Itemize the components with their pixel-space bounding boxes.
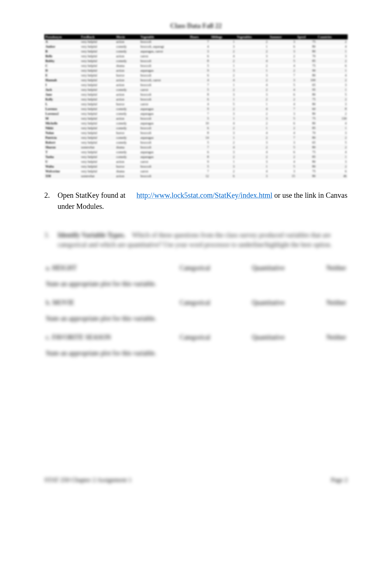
- table-cell: carrot: [140, 54, 189, 59]
- table-cell: 70: [296, 131, 316, 135]
- table-cell: very helpful: [80, 59, 115, 63]
- table-cell: Kelly: [44, 97, 80, 102]
- table-row: Bvery helpfulcomedyasparagus, carrot3223…: [44, 49, 348, 54]
- table-cell: 80: [296, 92, 316, 97]
- table-cell: very helpful: [80, 54, 115, 59]
- option-quantitative: Quantitative: [252, 264, 285, 272]
- table-cell: horror: [115, 131, 140, 135]
- table-cell: 3: [236, 159, 269, 164]
- step-text: Open StatKey found at http://www.lock5st…: [58, 190, 348, 212]
- table-header: Hours: [189, 34, 210, 39]
- table-cell: 2: [236, 78, 269, 83]
- table-cell: broccoli: [140, 145, 189, 150]
- table-cell: 3: [210, 92, 236, 97]
- table-cell: 4: [269, 131, 296, 135]
- table-cell: asparagus: [140, 107, 189, 111]
- table-row: Ambervery helpfulcomedybroccoli, asparag…: [44, 44, 348, 49]
- table-cell: 3: [317, 159, 348, 164]
- table-cell: asparagus: [140, 150, 189, 155]
- table-cell: carrot: [140, 169, 189, 174]
- table-row: Sharonsomewhatdramabroccoli7425802: [44, 145, 348, 150]
- table-cell: 6: [189, 97, 210, 102]
- table-cell: 2: [317, 78, 348, 83]
- table-cell: very helpful: [80, 44, 115, 49]
- table-cell: 46: [317, 174, 348, 179]
- plot-prompt: State an appropriate plot for this varia…: [44, 349, 348, 357]
- table-cell: 2: [236, 39, 269, 44]
- table-cell: 6: [269, 121, 296, 126]
- table-cell: 3: [236, 140, 269, 145]
- table-cell: 1: [210, 39, 236, 44]
- variable-row: c. FAVORITE SEASONCategoricalQuantitativ…: [44, 334, 348, 341]
- table-cell: 1: [210, 97, 236, 102]
- table-cell: 75: [296, 63, 316, 68]
- table-cell: Sharon: [44, 145, 80, 150]
- table-cell: asparagus: [140, 155, 189, 159]
- table-cell: broccoli: [140, 164, 189, 169]
- table-cell: 2: [269, 126, 296, 131]
- table-cell: asparagus: [140, 111, 189, 116]
- table-cell: 8: [189, 155, 210, 159]
- table-cell: 3: [269, 140, 296, 145]
- table-cell: Jack: [44, 87, 80, 92]
- table-cell: 3: [210, 68, 236, 73]
- table-cell: 2: [236, 63, 269, 68]
- table-cell: Belle: [44, 54, 80, 59]
- table-row: Tashavery helpfulcomedyasparagus8222851: [44, 155, 348, 159]
- table-cell: 2: [236, 97, 269, 102]
- table-cell: very helpful: [80, 169, 115, 174]
- table-cell: 5: [269, 83, 296, 87]
- table-cell: 80: [296, 44, 316, 49]
- step-number: 2.: [44, 190, 52, 212]
- table-cell: 1: [210, 63, 236, 68]
- step-text: Identify Variable Types. Which of these …: [58, 230, 348, 249]
- table-cell: 3: [236, 54, 269, 59]
- table-cell: Jane: [44, 92, 80, 97]
- table-cell: I: [44, 83, 80, 87]
- table-cell: 6: [317, 169, 348, 174]
- table-cell: horror: [115, 164, 140, 169]
- page-title: Class Data Fall 22: [44, 22, 348, 30]
- table-cell: 6: [189, 126, 210, 131]
- table-cell: broccoli: [140, 92, 189, 97]
- table-cell: broccoli: [140, 73, 189, 78]
- table-cell: 2: [269, 155, 296, 159]
- table-cell: 4: [236, 83, 269, 87]
- table-cell: carrot: [140, 102, 189, 107]
- table-cell: 2: [210, 140, 236, 145]
- table-cell: 5: [269, 164, 296, 169]
- table-cell: broccoli: [140, 131, 189, 135]
- table-cell: E: [44, 73, 80, 78]
- table-cell: 4: [189, 44, 210, 49]
- table-header: Siblings: [210, 34, 236, 39]
- table-cell: broccoli: [140, 83, 189, 87]
- table-row: Robertvery helpfulcomedybroccoli5233655: [44, 140, 348, 145]
- statkey-link[interactable]: http://www.lock5stat.com/StatKey/index.h…: [137, 191, 272, 199]
- table-cell: comedy: [115, 150, 140, 155]
- table-row: Waltavery helpfulhorrorbroccoli5315802: [44, 164, 348, 169]
- table-cell: comedy: [115, 107, 140, 111]
- table-row: Hannahvery helpfulactionbroccoli, carrot…: [44, 78, 348, 83]
- table-cell: 2: [210, 59, 236, 63]
- table-cell: 1: [210, 116, 236, 121]
- table-cell: 80: [296, 174, 316, 179]
- table-cell: very helpful: [80, 135, 115, 140]
- table-cell: somewhat: [80, 145, 115, 150]
- table-cell: 6: [269, 92, 296, 97]
- footer-right: Page 2: [331, 476, 348, 484]
- variable-label: b. MOVIE: [46, 299, 138, 307]
- table-cell: broccoli: [140, 39, 189, 44]
- table-cell: 12: [189, 174, 210, 179]
- table-cell: 1: [317, 87, 348, 92]
- table-cell: 1: [236, 126, 269, 131]
- table-cell: 80: [296, 159, 316, 164]
- table-cell: 1: [210, 135, 236, 140]
- table-cell: 3: [269, 39, 296, 44]
- table-cell: 7: [189, 39, 210, 44]
- table-cell: action: [115, 159, 140, 164]
- option-neither: Neither: [326, 264, 346, 272]
- table-cell: 7: [189, 83, 210, 87]
- table-cell: 8: [317, 107, 348, 111]
- table-cell: very helpful: [80, 92, 115, 97]
- table-cell: 85: [296, 126, 316, 131]
